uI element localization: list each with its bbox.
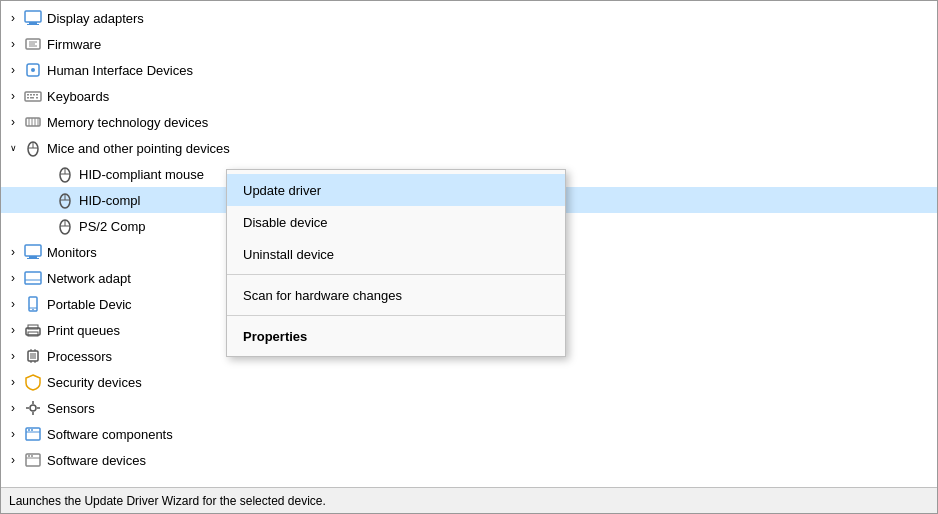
tree-item-label: Software components: [47, 427, 173, 442]
svg-point-59: [31, 429, 33, 431]
expander[interactable]: ›: [5, 323, 21, 337]
svg-point-51: [30, 405, 36, 411]
software2-icon: [23, 450, 43, 470]
tree-item-label: Network adapt: [47, 271, 131, 286]
context-menu-item-properties[interactable]: Properties: [227, 320, 565, 352]
context-menu-item-disable-device[interactable]: Disable device: [227, 206, 565, 238]
context-menu-item-uninstall-device[interactable]: Uninstall device: [227, 238, 565, 270]
expander[interactable]: ›: [5, 245, 21, 259]
expander[interactable]: ›: [5, 271, 21, 285]
memory-icon: [23, 112, 43, 132]
svg-rect-15: [30, 97, 34, 99]
monitor-blue-icon: [23, 242, 43, 262]
svg-rect-14: [27, 97, 29, 99]
expander[interactable]: ›: [5, 349, 21, 363]
svg-rect-9: [25, 92, 41, 101]
mouse-icon: [23, 138, 43, 158]
status-bar: Launches the Update Driver Wizard for th…: [1, 487, 937, 513]
mouse-device-icon: [55, 190, 75, 210]
tree-item-label: Sensors: [47, 401, 95, 416]
svg-point-8: [31, 68, 35, 72]
tree-item-display-adapters[interactable]: ›Display adapters: [1, 5, 937, 31]
hid-icon: [23, 60, 43, 80]
svg-rect-13: [36, 94, 38, 96]
expander[interactable]: ∨: [5, 143, 21, 153]
tree-item-keyboards[interactable]: ›Keyboards: [1, 83, 937, 109]
tree-item-security[interactable]: ›Security devices: [1, 369, 937, 395]
tree-item-label: Software devices: [47, 453, 146, 468]
expander[interactable]: ›: [5, 401, 21, 415]
tree-item-label: Print queues: [47, 323, 120, 338]
tree-item-label: HID-compliant mouse: [79, 167, 204, 182]
expander[interactable]: ›: [5, 427, 21, 441]
svg-rect-34: [25, 245, 41, 256]
expander[interactable]: ›: [5, 37, 21, 51]
sensors-icon: [23, 398, 43, 418]
expander[interactable]: ›: [5, 375, 21, 389]
svg-rect-46: [30, 353, 36, 359]
context-menu-separator: [227, 315, 565, 316]
tree-item-firmware[interactable]: ›Firmware: [1, 31, 937, 57]
tree-item-label: Processors: [47, 349, 112, 364]
tree-item-label: Human Interface Devices: [47, 63, 193, 78]
software-icon: [23, 424, 43, 444]
tree-item-label: Keyboards: [47, 89, 109, 104]
svg-rect-1: [29, 22, 37, 24]
context-menu[interactable]: Update driverDisable deviceUninstall dev…: [226, 169, 566, 357]
tree-item-memory-tech[interactable]: ›Memory technology devices: [1, 109, 937, 135]
context-menu-separator: [227, 274, 565, 275]
tree-item-mice[interactable]: ∨Mice and other pointing devices: [1, 135, 937, 161]
svg-rect-0: [25, 11, 41, 22]
svg-rect-35: [29, 256, 37, 258]
mouse-device-icon: [55, 216, 75, 236]
tree-item-label: PS/2 Comp: [79, 219, 145, 234]
keyboard-icon: [23, 86, 43, 106]
main-content: ›Display adapters›Firmware›Human Interfa…: [1, 1, 937, 487]
svg-rect-36: [27, 258, 39, 259]
monitor-icon: [23, 8, 43, 28]
tree-item-human-interface[interactable]: ›Human Interface Devices: [1, 57, 937, 83]
tree-item-label: Monitors: [47, 245, 97, 260]
expander[interactable]: ›: [5, 89, 21, 103]
tree-item-label: Display adapters: [47, 11, 144, 26]
svg-point-41: [32, 309, 34, 311]
expander[interactable]: ›: [5, 11, 21, 25]
tree-item-label: Mice and other pointing devices: [47, 141, 230, 156]
tree-item-label: Portable Devic: [47, 297, 132, 312]
expander[interactable]: ›: [5, 453, 21, 467]
tree-item-label: Firmware: [47, 37, 101, 52]
tree-item-software-dev[interactable]: ›Software devices: [1, 447, 937, 473]
svg-rect-2: [27, 24, 39, 25]
security-icon: [23, 372, 43, 392]
tree-item-label: HID-compl: [79, 193, 140, 208]
expander[interactable]: ›: [5, 63, 21, 77]
svg-rect-10: [27, 94, 29, 96]
svg-rect-12: [33, 94, 35, 96]
context-menu-item-scan-changes[interactable]: Scan for hardware changes: [227, 279, 565, 311]
context-menu-item-update-driver[interactable]: Update driver: [227, 174, 565, 206]
expander[interactable]: ›: [5, 297, 21, 311]
svg-rect-11: [30, 94, 32, 96]
svg-rect-16: [36, 97, 38, 99]
svg-point-63: [31, 455, 33, 457]
tree-item-label: Memory technology devices: [47, 115, 208, 130]
network-icon: [23, 268, 43, 288]
svg-point-62: [28, 455, 30, 457]
tree-item-software-comp[interactable]: ›Software components: [1, 421, 937, 447]
svg-rect-37: [25, 272, 41, 284]
firmware-icon: [23, 34, 43, 54]
portable-icon: [23, 294, 43, 314]
processor-icon: [23, 346, 43, 366]
mouse-device-icon: [55, 164, 75, 184]
printer-icon: [23, 320, 43, 340]
expander[interactable]: ›: [5, 115, 21, 129]
tree-item-label: Security devices: [47, 375, 142, 390]
svg-point-58: [28, 429, 30, 431]
tree-item-sensors[interactable]: ›Sensors: [1, 395, 937, 421]
status-text: Launches the Update Driver Wizard for th…: [9, 494, 326, 508]
